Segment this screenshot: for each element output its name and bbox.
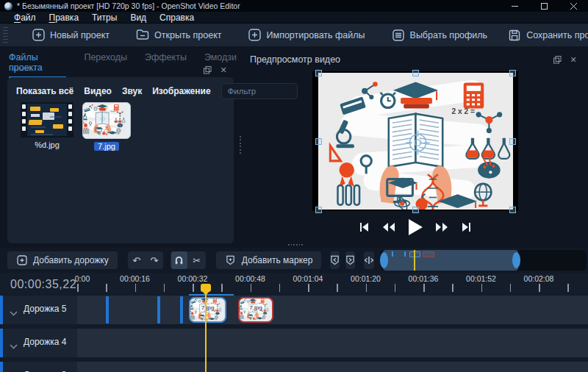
plus-square-icon xyxy=(32,29,45,42)
timeline-zoom-slider[interactable] xyxy=(380,250,587,271)
filter-Звук[interactable]: Звук xyxy=(122,86,142,96)
transform-handle-top-left[interactable] xyxy=(315,70,322,76)
preview-title: Предпросмотр видео xyxy=(250,54,340,65)
new-project-label: Новый проект xyxy=(50,30,110,40)
file-name: %d.jpg xyxy=(31,140,63,149)
previous-marker-button[interactable] xyxy=(330,251,340,269)
transform-handle-bottom-right[interactable] xyxy=(509,207,516,213)
transform-handle-top-center[interactable] xyxy=(412,70,419,76)
close-panel-icon[interactable]: ✕ xyxy=(219,65,228,74)
track-lane[interactable] xyxy=(77,362,588,372)
save-project-label: Сохранить проект xyxy=(526,30,588,40)
add-marker-label: Добавить маркер xyxy=(242,255,313,265)
tab-Переходы[interactable]: Переходы xyxy=(84,52,127,78)
add-marker-button[interactable]: Добавить маркер xyxy=(216,251,322,269)
project-files-dock: Файлы проектаПереходыЭффектыЭмодзи ✕ Пок… xyxy=(0,46,237,248)
clip-thin[interactable] xyxy=(180,296,183,323)
close-panel-icon[interactable]: ✕ xyxy=(569,55,578,64)
import-files-button[interactable]: Импортировать файлы xyxy=(238,24,376,46)
tab-Файлы проекта[interactable]: Файлы проекта xyxy=(9,52,66,78)
minimize-button[interactable] xyxy=(500,0,529,12)
vertical-splitter[interactable] xyxy=(239,136,242,154)
clip-selected[interactable]: 7.jpg xyxy=(189,297,226,323)
save-project-button[interactable]: Сохранить проект xyxy=(498,24,588,46)
new-project-button[interactable]: Новый проект xyxy=(21,24,120,46)
video-preview-stage[interactable] xyxy=(312,71,518,211)
ruler-label: 0:00 xyxy=(75,274,90,283)
toolbar-drag-handle[interactable] xyxy=(3,27,8,43)
razor-button[interactable]: ✂ xyxy=(189,251,205,269)
ruler-label: 00:01:36 xyxy=(409,274,439,283)
jump-start-button[interactable] xyxy=(359,221,370,233)
chevron-down-icon[interactable] xyxy=(10,339,18,352)
open-project-button[interactable]: Открыть проект xyxy=(126,24,232,46)
filter-Видео[interactable]: Видео xyxy=(84,86,112,96)
add-track-button[interactable]: Добавить дорожку xyxy=(7,251,118,269)
playhead-line xyxy=(205,292,207,372)
files-list: Показать всёВидеоЗвукИзображение %d.jpg … xyxy=(7,77,234,243)
undo-button[interactable]: ↶ xyxy=(129,251,145,269)
menu-item-Справка[interactable]: Справка xyxy=(153,12,201,23)
timeline-ruler[interactable]: 00:00:35,22 0:0000:00:1600:00:3200:00:48… xyxy=(0,273,588,294)
playhead-handle[interactable] xyxy=(201,284,211,292)
transform-handle-top-right[interactable] xyxy=(509,70,516,76)
file-item[interactable]: %d.jpg xyxy=(21,102,74,149)
choose-profile-label: Выбрать профиль xyxy=(410,30,488,40)
ruler-tick xyxy=(279,284,281,292)
profile-list-icon xyxy=(392,29,405,42)
clip-label: 7.jpg xyxy=(200,304,215,311)
tab-Эффекты[interactable]: Эффекты xyxy=(145,52,187,78)
menu-item-Файл[interactable]: Файл xyxy=(7,12,43,23)
folder-icon xyxy=(136,29,149,42)
tracks-area: Дорожка 57.jpg7.jpgДорожка 4Дорожка 3 xyxy=(0,294,588,372)
mini-clip-selected xyxy=(409,251,420,257)
filter-Показать всё[interactable]: Показать всё xyxy=(16,86,74,96)
zoom-range[interactable] xyxy=(383,250,518,271)
clip-thin[interactable] xyxy=(106,296,109,323)
save-icon xyxy=(508,29,521,42)
transform-handle-mid-right[interactable] xyxy=(509,138,516,145)
transform-handle-bottom-left[interactable] xyxy=(315,207,322,213)
menu-item-Правка[interactable]: Правка xyxy=(43,12,86,23)
file-item[interactable]: 7.jpg xyxy=(82,102,131,151)
close-button[interactable] xyxy=(559,0,588,12)
zoom-handle-right[interactable] xyxy=(512,252,520,268)
float-panel-icon[interactable] xyxy=(203,65,212,74)
clip-label: 7.jpg xyxy=(248,304,263,311)
float-panel-icon[interactable] xyxy=(553,55,562,64)
video-frame xyxy=(318,73,513,210)
play-button[interactable] xyxy=(407,218,423,236)
timeline-toolbar: Добавить дорожку ↶ ↷ ✂ Добавить маркер xyxy=(0,248,588,273)
menubar: ФайлПравкаТитрыВидСправка xyxy=(0,12,588,24)
add-track-label: Добавить дорожку xyxy=(33,255,109,265)
center-playhead-button[interactable] xyxy=(364,251,374,269)
next-marker-button[interactable] xyxy=(345,251,355,269)
ruler-tick xyxy=(395,284,396,292)
fast-forward-button[interactable] xyxy=(435,222,448,232)
transform-handle-mid-left[interactable] xyxy=(315,138,322,145)
clip[interactable]: 7.jpg xyxy=(238,297,273,323)
rewind-button[interactable] xyxy=(382,222,395,232)
ruler-tick xyxy=(510,284,512,292)
jump-end-button[interactable] xyxy=(460,221,472,233)
track-color-bar xyxy=(0,362,3,372)
clip-thin[interactable] xyxy=(157,296,160,323)
snapping-magnet-button[interactable] xyxy=(171,251,187,269)
ruler-tick xyxy=(567,284,569,292)
openshot-logo-icon xyxy=(4,2,12,10)
redo-button[interactable]: ↷ xyxy=(146,251,162,269)
transform-handle-bottom-center[interactable] xyxy=(412,207,419,213)
chevron-down-icon[interactable] xyxy=(10,306,18,319)
track-lane[interactable] xyxy=(77,296,588,324)
ruler-label: 00:01:04 xyxy=(293,274,323,283)
tab-scrollbar[interactable] xyxy=(11,68,36,71)
maximize-button[interactable] xyxy=(529,0,559,12)
mini-playhead xyxy=(414,250,415,271)
menu-item-Вид[interactable]: Вид xyxy=(123,12,153,23)
marker-icon xyxy=(225,251,237,269)
horizontal-splitter[interactable] xyxy=(288,243,303,246)
filter-Изображение[interactable]: Изображение xyxy=(152,86,210,96)
menu-item-Титры[interactable]: Титры xyxy=(85,12,123,23)
choose-profile-button[interactable]: Выбрать профиль xyxy=(381,24,498,46)
track-lane[interactable] xyxy=(77,329,588,357)
